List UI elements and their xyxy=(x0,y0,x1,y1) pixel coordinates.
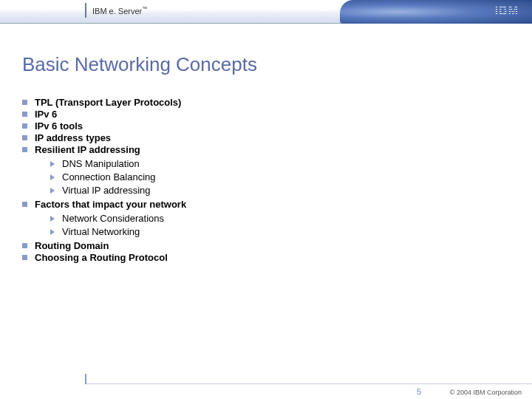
triangle-bullet-icon xyxy=(50,229,55,235)
sub-list: Network Considerations Virtual Networkin… xyxy=(50,213,532,237)
header-brand: IBM e. Server™ xyxy=(92,6,147,16)
square-bullet-icon xyxy=(22,243,27,248)
footer-rule xyxy=(86,383,532,384)
footer-accent-bar xyxy=(85,374,86,384)
list-item: IPv 6 xyxy=(22,109,532,120)
list-item-label: Factors that impact your network xyxy=(35,199,186,210)
sub-list-item: DNS Manipulation xyxy=(50,158,532,169)
triangle-bullet-icon xyxy=(50,188,55,194)
square-bullet-icon xyxy=(22,123,27,129)
list-item: TPL (Transport Layer Protocols) xyxy=(22,97,532,108)
list-item-label: Resilient IP addressing xyxy=(35,144,140,155)
sub-list-item: Virtual Networking xyxy=(50,226,532,237)
sub-list-item-label: Network Considerations xyxy=(62,213,164,224)
list-item: Factors that impact your network xyxy=(22,199,532,210)
sub-list-item-label: Connection Balancing xyxy=(62,171,155,183)
triangle-bullet-icon xyxy=(50,216,55,222)
list-item: IPv 6 tools xyxy=(22,120,532,132)
list-item-label: Choosing a Routing Protocol xyxy=(35,252,168,263)
header-accent-bar xyxy=(85,3,86,18)
list-item-label: IP address types xyxy=(35,132,111,143)
list-item: Resilient IP addressing xyxy=(22,144,532,155)
slide-content: TPL (Transport Layer Protocols) IPv 6 IP… xyxy=(22,97,532,263)
copyright-text: © 2004 IBM Corporation xyxy=(450,389,522,396)
trademark-symbol: ™ xyxy=(142,6,147,11)
sub-list-item: Network Considerations xyxy=(50,213,532,224)
header-blue-band: IBM xyxy=(340,0,532,24)
brand-prefix: IBM e. Server xyxy=(92,7,142,16)
square-bullet-icon xyxy=(22,147,27,152)
list-item-label: TPL (Transport Layer Protocols) xyxy=(35,97,181,108)
sub-list-item: Virtual IP addressing xyxy=(50,185,532,196)
list-item-label: IPv 6 xyxy=(35,109,57,120)
square-bullet-icon xyxy=(22,255,27,260)
square-bullet-icon xyxy=(22,100,27,105)
sub-list-item-label: DNS Manipulation xyxy=(62,158,140,169)
sub-list: DNS Manipulation Connection Balancing Vi… xyxy=(50,158,532,196)
page-number: 5 xyxy=(417,387,421,396)
list-item-label: IPv 6 tools xyxy=(35,120,83,132)
list-item: Routing Domain xyxy=(22,240,532,251)
square-bullet-icon xyxy=(22,202,27,207)
list-item-label: Routing Domain xyxy=(35,240,109,251)
square-bullet-icon xyxy=(22,112,27,117)
slide-header: IBM e. Server™ IBM xyxy=(0,0,532,24)
triangle-bullet-icon xyxy=(50,174,55,180)
sub-list-item: Connection Balancing xyxy=(50,171,532,183)
ibm-logo-icon: IBM xyxy=(495,4,519,18)
sub-list-item-label: Virtual IP addressing xyxy=(62,185,150,196)
list-item: IP address types xyxy=(22,132,532,143)
slide-title: Basic Networking Concepts xyxy=(22,53,532,76)
slide-footer: 5 © 2004 IBM Corporation xyxy=(0,380,532,399)
triangle-bullet-icon xyxy=(50,161,55,167)
sub-list-item-label: Virtual Networking xyxy=(62,226,140,237)
square-bullet-icon xyxy=(22,135,27,140)
list-item: Choosing a Routing Protocol xyxy=(22,252,532,263)
